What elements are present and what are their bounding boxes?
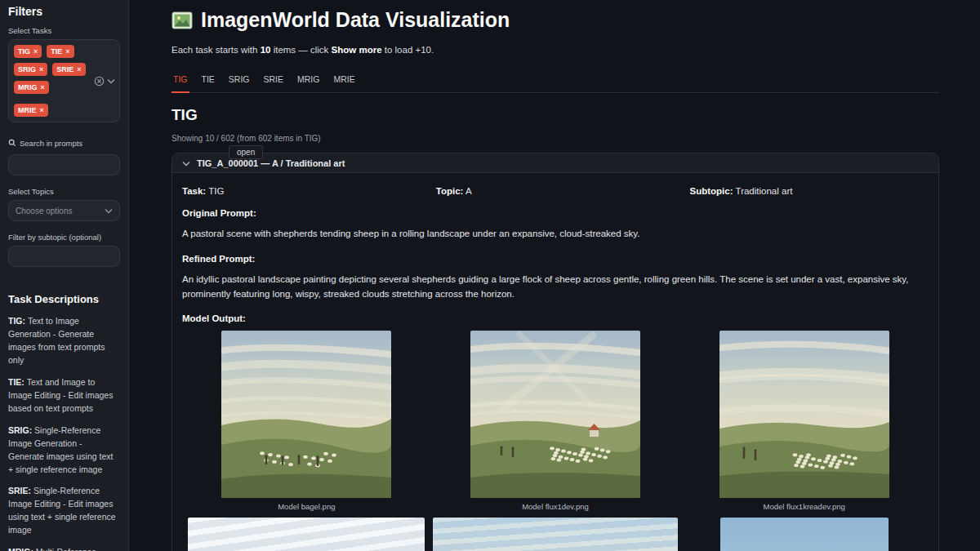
model-output-caption: Model flux1kreadev.png — [764, 502, 845, 511]
item-meta-row: Task: TIG Topic: A Subtopic: Traditional… — [182, 186, 929, 196]
page-title: ImagenWorld Data Visualization — [172, 8, 939, 32]
task-chip-label: MRIE — [18, 106, 37, 114]
meta-task: Task: TIG — [182, 186, 436, 196]
tab-tie[interactable]: TIE — [200, 71, 216, 92]
task-chip-label: TIG — [18, 47, 30, 56]
task-tabs: TIG TIE SRIG SRIE MRIG MRIE — [172, 71, 939, 93]
task-descriptions-title: Task Descriptions — [8, 293, 120, 305]
select-tasks-label: Select Tasks — [8, 26, 120, 35]
remove-chip-icon[interactable]: × — [77, 65, 81, 73]
original-prompt-text: A pastoral scene with shepherds tending … — [182, 227, 929, 242]
accordion-title: TIG_A_000001 — A / Traditional art — [197, 158, 345, 168]
model-output-image[interactable] — [433, 518, 678, 551]
model-output-caption: Model flux1dev.png — [522, 502, 589, 511]
task-chip[interactable]: TIG× — [14, 45, 42, 58]
app-root: Filters Select Tasks TIG× TIE× SRIG× SRI… — [0, 0, 980, 551]
remove-chip-icon[interactable]: × — [41, 83, 45, 91]
chevron-down-icon — [182, 158, 190, 168]
meta-subtopic: Subtopic: Traditional art — [690, 186, 929, 196]
model-output-grid-row2 — [182, 518, 929, 551]
topics-dropdown-placeholder: Choose options — [16, 207, 73, 216]
task-description: TIG: Text to Image Generation - Generate… — [8, 315, 120, 367]
refined-prompt-text: An idyllic pastoral landscape painting d… — [182, 273, 929, 302]
accordion-body: Task: TIG Topic: A Subtopic: Traditional… — [172, 173, 938, 551]
remove-chip-icon[interactable]: × — [40, 106, 44, 114]
model-output-figure: Model flux1kreadev.png — [719, 331, 889, 511]
task-chip[interactable]: SRIG× — [14, 63, 47, 76]
tab-mrig[interactable]: MRIG — [296, 71, 321, 92]
model-output-figure: Model bagel.png — [221, 331, 391, 511]
search-label-row: Search in prompts — [8, 136, 120, 150]
open-tooltip: open — [229, 145, 263, 159]
section-title: TIG — [172, 106, 939, 124]
task-chip-label: MRIG — [18, 83, 38, 91]
remove-chip-icon[interactable]: × — [39, 65, 43, 73]
tab-srig[interactable]: SRIG — [227, 71, 252, 92]
refined-prompt-label: Refined Prompt: — [182, 254, 929, 264]
task-description: SRIE: Single-Reference Image Editing - E… — [8, 485, 120, 537]
model-output-label: Model Output: — [182, 313, 929, 323]
model-output-caption: Model bagel.png — [278, 502, 335, 511]
topics-dropdown[interactable]: Choose options — [8, 200, 120, 221]
task-chip-list: TIG× TIE× SRIG× SRIE× MRIG× MRIE× — [14, 45, 99, 117]
item-accordion: TIG_A_000001 — A / Traditional art Task:… — [172, 153, 939, 551]
filters-title: Filters — [8, 5, 120, 18]
clear-all-icon[interactable] — [94, 76, 105, 87]
subtopic-input[interactable] — [8, 246, 120, 267]
task-multiselect[interactable]: TIG× TIE× SRIG× SRIE× MRIG× MRIE× — [8, 39, 120, 122]
multiselect-icons — [94, 76, 115, 87]
original-prompt-label: Original Prompt: — [182, 208, 929, 218]
task-chip-label: SRIG — [18, 65, 36, 73]
task-chip[interactable]: MRIG× — [14, 81, 49, 94]
model-output-image[interactable] — [719, 331, 889, 498]
task-chip[interactable]: MRIE× — [14, 104, 48, 117]
accordion-header[interactable]: TIG_A_000001 — A / Traditional art — [172, 153, 938, 173]
page-title-text: ImagenWorld Data Visualization — [201, 8, 510, 32]
model-output-image[interactable] — [470, 331, 640, 498]
select-topics-label: Select Topics — [8, 187, 120, 196]
model-output-image[interactable] — [188, 518, 425, 551]
tab-mrie[interactable]: MRIE — [332, 71, 356, 92]
framed-picture-icon — [172, 11, 193, 29]
subtopic-filter-label: Filter by subtopic (optional) — [8, 233, 120, 242]
tab-tig[interactable]: TIG — [172, 71, 189, 93]
task-description: SRIG: Single-Reference Image Generation … — [8, 424, 120, 477]
task-description: TIE: Text and Image to Image Editing - E… — [8, 376, 120, 415]
task-descriptions-list: TIG: Text to Image Generation - Generate… — [8, 315, 120, 551]
subtitle: Each task starts with 10 items — click S… — [172, 45, 939, 55]
model-output-figure: Model flux1dev.png — [470, 331, 640, 511]
model-output-grid: Model bagel.png Model flux1dev.png Model… — [182, 331, 929, 511]
meta-topic: Topic: A — [436, 186, 690, 196]
task-chip-label: TIE — [51, 47, 62, 56]
showing-count: Showing 10 / 602 (from 602 items in TIG) — [172, 134, 939, 143]
chevron-down-icon[interactable] — [107, 78, 115, 84]
task-description: MRIG: Multi-Reference Image Generation -… — [8, 546, 120, 551]
task-chip[interactable]: SRIE× — [52, 63, 85, 76]
task-chip-label: SRIE — [56, 65, 74, 73]
search-icon — [8, 136, 16, 150]
tab-srie[interactable]: SRIE — [262, 71, 286, 92]
search-input[interactable] — [8, 154, 120, 176]
sidebar: Filters Select Tasks TIG× TIE× SRIG× SRI… — [0, 0, 129, 551]
remove-chip-icon[interactable]: × — [65, 47, 69, 56]
remove-chip-icon[interactable]: × — [33, 47, 38, 56]
chevron-down-icon — [105, 207, 113, 216]
model-output-image[interactable] — [221, 331, 391, 498]
search-in-prompts-label: Search in prompts — [20, 139, 82, 148]
model-output-image[interactable] — [720, 518, 889, 551]
task-chip[interactable]: TIE× — [47, 45, 74, 58]
main-content: ImagenWorld Data Visualization Each task… — [129, 0, 980, 551]
